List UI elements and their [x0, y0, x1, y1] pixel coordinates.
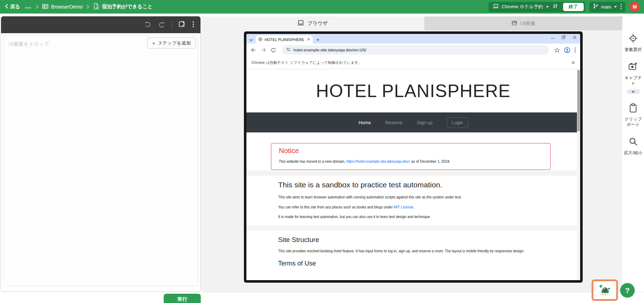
browser-forward-button[interactable]	[261, 47, 266, 53]
tab-close-button[interactable]: ✕	[307, 37, 310, 41]
target-icon	[628, 34, 638, 45]
nav-signup-link[interactable]: Sign up	[417, 120, 433, 125]
tune-icon	[552, 3, 558, 10]
environment-selector[interactable]: Chrome ホテル予約 終了	[489, 2, 585, 12]
tab-ui-image-label: UI画像	[521, 20, 536, 27]
redo-icon	[158, 21, 165, 28]
notice-heading: Notice	[279, 147, 543, 155]
back-button[interactable]: 戻る	[5, 4, 20, 10]
nav-reserve-link[interactable]: Reserve	[385, 120, 402, 125]
tab-browser[interactable]: ブラウザ	[201, 16, 424, 30]
minimize-button[interactable]	[551, 35, 554, 39]
restore-button[interactable]	[562, 35, 566, 39]
chrome-tab-title: HOTEL PLANISPHERE - We	[265, 37, 305, 42]
tool-element-select[interactable]: 要素選択	[623, 34, 644, 52]
nav-home-link[interactable]: Home	[358, 120, 371, 125]
notice-body: This website has moved to a new domain, …	[279, 160, 543, 163]
save-note-button[interactable]	[178, 20, 186, 30]
ellipsis-icon	[25, 4, 31, 10]
step-editor-toolbar	[1, 16, 200, 33]
undo-button[interactable]	[144, 20, 152, 30]
tool-element-select-label: 要素選択	[623, 47, 644, 52]
intro-section: This site is a sandbox to practice test …	[246, 176, 577, 226]
topbar-actions: Chrome ホテル予約 終了 main	[489, 2, 640, 12]
tool-zoom-label: 拡大/縮小	[623, 150, 644, 156]
environment-settings-button[interactable]	[552, 2, 559, 11]
webpage: HOTEL PLANISPHERE Home Reserve Sign up L…	[246, 69, 580, 280]
breadcrumb-scenario: 宿泊予約ができること	[93, 3, 153, 11]
infobar-close-button[interactable]: ✕	[571, 60, 575, 65]
site-header: HOTEL PLANISPHERE	[246, 69, 580, 112]
tab-search-button[interactable]	[246, 35, 256, 44]
notice-domain-link[interactable]: https://hotel-example-site.takeyaqa.dev/	[346, 160, 409, 163]
toolbar-divider	[172, 21, 172, 29]
redo-button[interactable]	[158, 21, 166, 29]
chevron-right-icon	[36, 5, 39, 9]
tool-zoom[interactable]: 拡大/縮小	[623, 137, 644, 156]
notice-text-before: This website has moved to a new domain,	[279, 160, 346, 163]
automation-infobar: Chrome は自動テスト ソフトウェアによって制御されています。 ✕	[246, 56, 580, 69]
site-title: HOTEL PLANISPHERE	[316, 81, 511, 101]
undo-icon	[144, 21, 151, 29]
capture-expand-button[interactable]	[627, 89, 640, 94]
assistant-mascot-button[interactable]	[592, 279, 618, 301]
monitor-icon	[297, 20, 304, 27]
chrome-toolbar: hotel-example-site.takeyaqa.dev/en-US/	[246, 44, 580, 56]
chevron-left-icon	[5, 4, 8, 10]
step-drop-zone[interactable]: UI要素をドロップ + ステップを追加	[3, 35, 198, 286]
view-tabbar: ブラウザ UI画像	[201, 16, 622, 30]
url-bar[interactable]: hotel-example-site.takeyaqa.dev/en-US/	[282, 45, 549, 55]
add-step-button[interactable]: + ステップを追加	[147, 37, 196, 49]
site-navbar: Home Reserve Sign up Login	[246, 112, 580, 132]
help-button[interactable]: ?	[620, 283, 635, 298]
chevron-down-icon	[249, 37, 253, 42]
chrome-tab[interactable]: HOTEL PLANISPHERE - We ✕	[256, 35, 313, 44]
tool-capture[interactable]: キャプチャ	[623, 62, 644, 94]
browser-menu-button[interactable]	[574, 47, 576, 53]
chevron-right-icon	[86, 5, 89, 9]
file-check-icon	[93, 3, 99, 11]
user-avatar[interactable]: M	[630, 2, 640, 12]
close-window-button[interactable]	[573, 35, 577, 39]
branch-menu-button[interactable]	[620, 4, 623, 10]
caret-down-icon	[632, 89, 635, 94]
intro-paragraph-2: You can refer to this site from any plac…	[278, 205, 577, 210]
mit-license-link[interactable]: MIT License	[394, 205, 413, 209]
new-tab-button[interactable]: +	[313, 36, 323, 44]
intro-heading: This site is a sandbox to practice test …	[278, 181, 577, 189]
intro-p2-period: .	[413, 205, 414, 209]
branch-name: main	[601, 4, 611, 10]
branch-selector[interactable]: main	[589, 2, 625, 12]
tool-clipboard[interactable]: クリップボード	[623, 103, 644, 127]
intro-paragraph-1: This site aims to learn browser automati…	[278, 195, 577, 200]
tool-rail: 要素選択 キャプチャ クリップボード 拡大/縮小	[622, 14, 644, 292]
notice-card: Notice This website has moved to a new d…	[271, 143, 551, 170]
structure-paragraph: This site provides mocked booking hotel …	[278, 249, 544, 254]
chevron-down-icon	[614, 6, 617, 8]
finish-button[interactable]: 終了	[563, 3, 584, 11]
nav-login-button[interactable]: Login	[447, 117, 468, 128]
breadcrumb-project[interactable]: BrowserDemo	[42, 3, 83, 11]
notice-text-after: , as of December 1, 2024.	[409, 160, 450, 163]
image-icon	[511, 20, 517, 27]
section-gap	[246, 226, 577, 230]
browser-window: HOTEL PLANISPHERE - We ✕ +	[244, 31, 583, 283]
add-step-label: ステップを追加	[158, 40, 191, 46]
page-scrollbar[interactable]	[577, 69, 580, 280]
browser-back-button[interactable]	[251, 47, 256, 53]
scrollbar-thumb[interactable]	[577, 70, 580, 131]
tab-ui-image[interactable]: UI画像	[424, 16, 622, 30]
laptop-icon	[493, 4, 499, 10]
step-editor-panel: UI要素をドロップ + ステップを追加	[1, 16, 201, 292]
structure-section: Site Structure This site provides mocked…	[246, 230, 577, 280]
reload-button[interactable]	[271, 47, 276, 53]
panel-menu-button[interactable]	[192, 20, 195, 29]
project-name: BrowserDemo	[51, 4, 83, 10]
chrome-tabstrip: HOTEL PLANISPHERE - We ✕ +	[246, 34, 580, 44]
profile-button[interactable]	[564, 47, 570, 53]
back-label: 戻る	[10, 4, 20, 10]
run-button[interactable]: 実行	[164, 294, 201, 303]
breadcrumb-ellipsis-button[interactable]	[24, 4, 32, 10]
clipboard-icon	[628, 103, 638, 114]
bookmark-star-button[interactable]	[554, 47, 560, 53]
